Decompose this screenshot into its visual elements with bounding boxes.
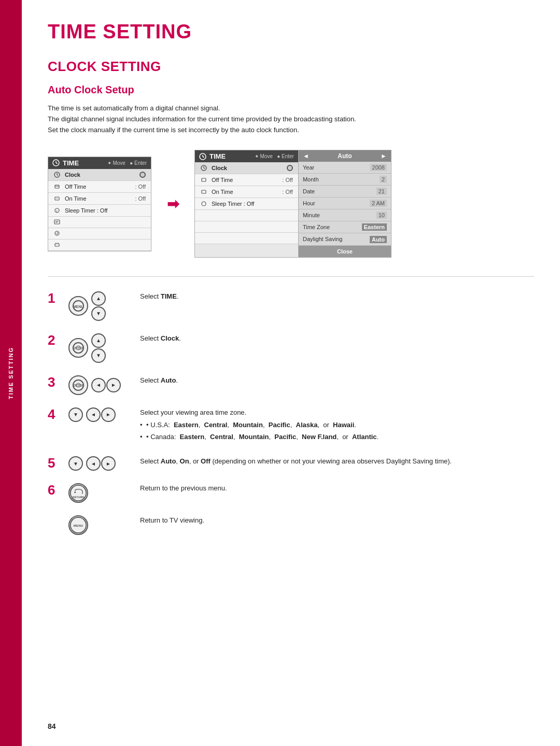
tv-menu-left-row7 — [48, 240, 151, 251]
sub-section-title: Auto Clock Setup — [48, 84, 534, 96]
step-5-icons: ▼ ◄ ► — [68, 456, 131, 471]
offtime-icon — [53, 183, 61, 190]
enter-button-3[interactable]: ENTER — [68, 375, 88, 395]
left-arrow-5[interactable]: ◄ — [86, 456, 101, 471]
panel-arrow-right[interactable]: ► — [381, 152, 387, 160]
sidebar: TIME SETTING — [0, 0, 22, 746]
tv-menu-left-nav: ✦ Move ● Enter — [107, 160, 147, 166]
svg-rect-17 — [55, 244, 59, 246]
row5-icon — [53, 218, 61, 226]
menu-button-1[interactable]: MENU — [68, 296, 88, 316]
right-arrow-4[interactable]: ► — [101, 407, 116, 422]
tv-menu-right-row7 — [195, 233, 298, 244]
step-4-number: 4 — [48, 407, 59, 421]
left-arrow-3[interactable]: ◄ — [91, 378, 106, 392]
step-4-text: Select your viewing area time zone. • U.… — [140, 407, 534, 444]
svg-text:MENU: MENU — [73, 305, 84, 308]
intro-line2: The digital channel signal includes info… — [48, 114, 534, 125]
diagrams-row: TIME ✦ Move ● Enter Clock — [48, 150, 534, 257]
up-arrow-2[interactable]: ▲ — [91, 333, 106, 348]
nav-cluster-1: ▲ ▼ — [91, 291, 106, 321]
svg-line-2 — [56, 163, 58, 164]
tv-menu-left-clock-row: Clock — [48, 169, 151, 181]
tv-menu-right-row5 — [195, 210, 298, 221]
panel-close-button[interactable]: Close — [299, 246, 391, 257]
row6-icon: ↺ — [53, 230, 61, 237]
arrow-icon: ➡ — [167, 195, 179, 213]
panel-timezone-row: Time Zone Eastern — [299, 221, 391, 233]
tv-menu-left-title: TIME — [52, 159, 79, 167]
down-arrow-4[interactable]: ▼ — [68, 407, 83, 422]
panel-date-row: Date 21 — [299, 186, 391, 198]
ontime-icon — [53, 195, 61, 202]
step-6-text: Return to the previous menu. — [140, 483, 534, 494]
svg-rect-26 — [202, 178, 206, 181]
page-number: 84 — [48, 722, 56, 730]
enter-button-2[interactable]: ENTER — [68, 338, 88, 358]
svg-text:ENTER: ENTER — [73, 383, 84, 387]
tv-menu-right-row6 — [195, 221, 298, 233]
step-menu-text: Return to TV viewing. — [140, 515, 534, 526]
tv-menu-left-header: TIME ✦ Move ● Enter — [48, 157, 151, 169]
svg-point-28 — [202, 202, 206, 206]
right-arrow-5[interactable]: ► — [101, 456, 116, 471]
tv-menu-right-offtime: Off Time : Off — [195, 174, 298, 186]
panel-auto-label: Auto — [338, 152, 352, 160]
down-arrow-2[interactable]: ▼ — [91, 348, 106, 363]
clock-row-radio — [139, 172, 146, 178]
lr-cluster-3: ◄ ► — [91, 378, 121, 392]
svg-text:ENTER: ENTER — [73, 346, 84, 350]
right-clock-radio — [287, 165, 293, 171]
down-arrow-5[interactable]: ▼ — [68, 456, 83, 471]
step-5-number: 5 — [48, 456, 59, 470]
svg-text:↺: ↺ — [55, 232, 59, 235]
clock-row-icon — [53, 171, 61, 178]
step-1-text: Select TIME. — [140, 291, 534, 302]
separator — [48, 276, 534, 277]
step-5: 5 ▼ ◄ ► Select Auto, On, or Off (dependi… — [48, 456, 534, 471]
tv-menu-right-left-panel: TIME ✦ Move ● Enter Clock — [195, 150, 298, 257]
step-4: 4 ▼ ◄ ► Select your viewing area time zo… — [48, 407, 534, 444]
steps-list: 1 MENU ▲ ▼ Select TIME. — [48, 291, 534, 535]
up-arrow-1[interactable]: ▲ — [91, 291, 106, 306]
svg-line-5 — [57, 175, 58, 176]
down-arrow-1[interactable]: ▼ — [91, 306, 106, 321]
section-title: CLOCK SETTING — [48, 59, 534, 75]
right-arrow-3[interactable]: ► — [106, 378, 121, 392]
nav-cluster-2: ▲ ▼ — [91, 333, 106, 363]
menu-button-final[interactable]: MENU — [68, 515, 88, 535]
svg-rect-6 — [55, 185, 59, 188]
intro-line1: The time is set automatically from a dig… — [48, 103, 534, 114]
step-6-icons: RETURN — [68, 483, 131, 503]
step-1-number: 1 — [48, 291, 59, 305]
intro-line3: Set the clock manually if the current ti… — [48, 125, 534, 136]
step-5-text: Select Auto, On, or Off (depending on wh… — [140, 456, 534, 467]
step-6-number: 6 — [48, 483, 59, 497]
main-content: TIME SETTING CLOCK SETTING Auto Clock Se… — [22, 0, 560, 746]
left-arrow-4[interactable]: ◄ — [86, 407, 101, 422]
sleep-icon: z — [53, 207, 61, 214]
lr-cluster-5: ◄ ► — [86, 456, 116, 471]
step-3-text: Select Auto. — [140, 375, 534, 386]
panel-minute-row: Minute 10 — [299, 209, 391, 221]
right-panel-header: ◄ Auto ► — [299, 150, 391, 162]
tv-menu-right: TIME ✦ Move ● Enter Clock — [194, 150, 391, 257]
clock-icon-right — [199, 153, 206, 160]
step-3-number: 3 — [48, 375, 59, 389]
step-menu-number — [48, 515, 59, 529]
step-1: 1 MENU ▲ ▼ Select TIME. — [48, 291, 534, 321]
tv-menu-right-panel: ◄ Auto ► Year 2008 Month 2 Date 21 — [298, 150, 391, 257]
svg-text:RETURN: RETURN — [73, 496, 84, 499]
return-button-6[interactable]: RETURN — [68, 483, 88, 503]
step-4-icons: ▼ ◄ ► — [68, 407, 131, 422]
panel-month-row: Month 2 — [299, 174, 391, 186]
tv-menu-right-clock-row: Clock — [195, 162, 298, 174]
intro-text: The time is set automatically from a dig… — [48, 103, 534, 135]
tv-menu-left-sleep: z Sleep Timer : Off — [48, 205, 151, 217]
svg-text:z: z — [56, 209, 58, 213]
step-2-text: Select Clock. — [140, 333, 534, 344]
sidebar-label: TIME SETTING — [8, 347, 14, 399]
clock-icon — [52, 159, 60, 166]
panel-arrow-left[interactable]: ◄ — [303, 152, 309, 160]
page-title: TIME SETTING — [48, 21, 534, 43]
